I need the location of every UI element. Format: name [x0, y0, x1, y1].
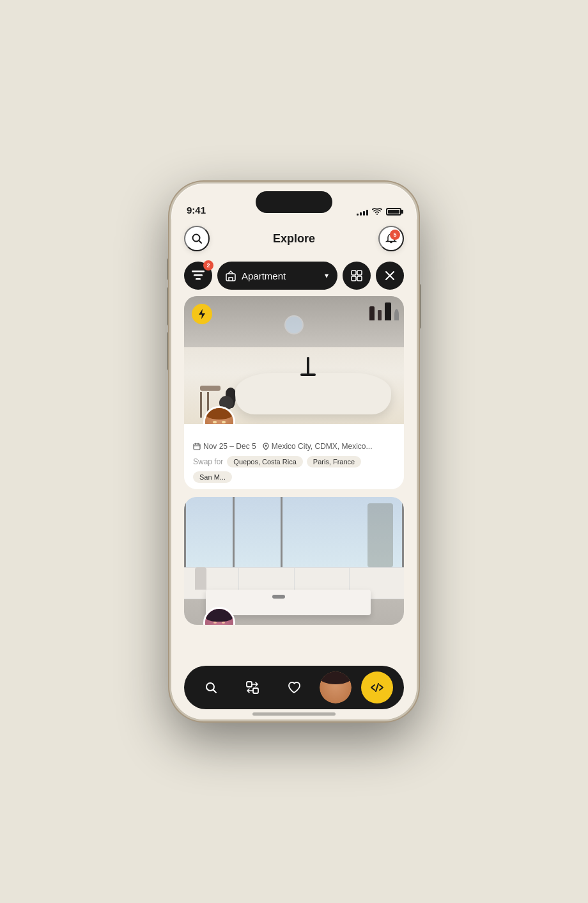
card-info-row: Nov 25 – Dec 5 Mexico City, CDMX, Mexico…: [193, 442, 395, 451]
card-image-1: [184, 296, 404, 424]
battery-icon: [386, 208, 401, 216]
nav-favorites[interactable]: [278, 671, 310, 703]
svg-point-16: [265, 445, 267, 447]
swap-label: Swap for: [193, 457, 223, 466]
chevron-down-icon: ▾: [325, 271, 329, 280]
phone-screen: 9:41: [169, 182, 419, 721]
nav-swap[interactable]: [236, 671, 268, 703]
swap-row-1: Swap for Quepos, Costa Rica Paris, Franc…: [193, 456, 395, 483]
dynamic-island: [256, 191, 332, 213]
status-icons: [357, 208, 401, 216]
apartment-label: Apartment: [242, 271, 286, 281]
card-image-2: [184, 497, 404, 625]
header-actions: 5: [378, 226, 404, 251]
svg-line-18: [213, 690, 217, 693]
svg-rect-3: [194, 274, 203, 276]
svg-line-1: [199, 241, 202, 244]
signal-icon: [357, 208, 368, 216]
user-avatar-1: [203, 406, 235, 424]
bottom-navigation: [184, 666, 404, 709]
nav-profile[interactable]: [320, 671, 352, 703]
screen: Explore 5: [171, 219, 417, 719]
date-info: Nov 25 – Dec 5: [193, 442, 256, 451]
nav-code[interactable]: [361, 671, 393, 703]
svg-rect-4: [196, 278, 201, 280]
svg-rect-7: [357, 271, 362, 275]
bathroom-photo: [184, 296, 404, 424]
phone-frame: 9:41: [169, 182, 419, 721]
user-avatar-2: [203, 607, 235, 625]
card-dates: Nov 25 – Dec 5: [203, 442, 256, 451]
listing-card-1[interactable]: Nov 25 – Dec 5 Mexico City, CDMX, Mexico…: [184, 296, 404, 489]
swap-tag-1: Quepos, Costa Rica: [227, 456, 302, 467]
svg-rect-8: [352, 276, 356, 281]
svg-line-21: [376, 684, 378, 691]
power-button[interactable]: [419, 284, 421, 329]
notification-button[interactable]: 5: [378, 226, 404, 251]
cross-filter-button[interactable]: [376, 262, 404, 290]
listing-card-2[interactable]: [184, 497, 404, 625]
kitchen-photo: [184, 497, 404, 625]
swap-tag-2: Paris, France: [307, 456, 361, 467]
filter-bar: 2 Apartment ▾: [171, 258, 417, 296]
card-meta-1: Nov 25 – Dec 5 Mexico City, CDMX, Mexico…: [184, 424, 404, 489]
filter-badge: 2: [203, 260, 213, 271]
svg-rect-2: [192, 271, 205, 272]
swap-tag-3: San M...: [193, 471, 232, 483]
notification-badge: 5: [390, 230, 400, 240]
page-title: Explore: [273, 232, 315, 246]
location-info: Mexico City, CDMX, Mexico...: [263, 442, 373, 451]
wifi-icon: [372, 208, 382, 216]
filter-toggle-button[interactable]: 2: [184, 262, 212, 290]
cards-list: Nov 25 – Dec 5 Mexico City, CDMX, Mexico…: [171, 296, 417, 632]
header: Explore 5: [171, 219, 417, 258]
search-button[interactable]: [184, 226, 210, 251]
svg-rect-12: [194, 444, 200, 450]
svg-rect-20: [253, 688, 258, 693]
map-view-button[interactable]: [343, 262, 371, 290]
svg-rect-9: [357, 276, 362, 281]
svg-rect-6: [352, 271, 356, 275]
nav-search[interactable]: [195, 671, 227, 703]
apartment-dropdown[interactable]: Apartment ▾: [217, 262, 337, 290]
lightning-badge: [192, 304, 212, 324]
status-time: 9:41: [187, 205, 206, 216]
card-location: Mexico City, CDMX, Mexico...: [272, 442, 373, 451]
svg-rect-19: [247, 682, 252, 687]
home-indicator: [252, 712, 336, 716]
